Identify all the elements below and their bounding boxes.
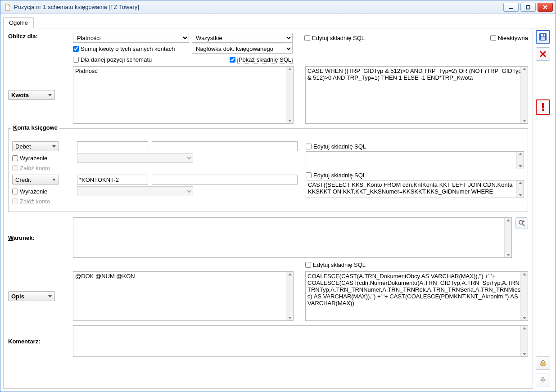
label-opis: Opis — [11, 293, 24, 300]
label-edytuj-sql-debet: Edytuj składnię SQL — [313, 143, 366, 150]
minimize-button[interactable] — [503, 3, 519, 12]
window-title: Pozycja nr 1 schematu księgowania [FZ To… — [14, 4, 503, 10]
scrollbar[interactable] — [286, 67, 293, 123]
scrollbar[interactable] — [504, 218, 511, 257]
tab-general[interactable]: Ogólne — [3, 17, 34, 28]
chk-sumuj[interactable] — [73, 46, 79, 52]
ta-debet-sql[interactable] — [306, 151, 524, 169]
chk-pokaz-sql[interactable] — [230, 57, 235, 63]
input-debet-b[interactable] — [152, 141, 298, 151]
chk-zaloz-credit — [12, 198, 18, 204]
chk-wyrazenie-credit[interactable] — [12, 189, 18, 194]
chevron-down-icon — [48, 94, 52, 96]
label-nieaktywna: Nieaktywna — [498, 35, 528, 41]
label-credit: Credit — [15, 176, 31, 183]
scrollbar[interactable] — [516, 152, 524, 169]
select-debet-konto — [77, 153, 193, 163]
cancel-button[interactable] — [536, 47, 550, 61]
scrollbar[interactable] — [520, 67, 528, 123]
lock-button[interactable] — [536, 356, 550, 370]
svg-rect-7 — [543, 34, 544, 36]
select-naglowka[interactable]: Nagłówka dok. księgowanego — [192, 44, 293, 54]
svg-rect-5 — [541, 34, 545, 36]
label-edytuj-sql-kwota: Edytuj składnię SQL — [312, 35, 365, 41]
btn-kwota[interactable]: Kwota — [8, 90, 55, 100]
input-credit-a[interactable] — [77, 175, 148, 185]
label-edytuj-sql-credit: Edytuj składnię SQL — [313, 172, 366, 179]
input-credit-b[interactable] — [152, 175, 298, 185]
chk-nieaktywna[interactable] — [490, 35, 496, 41]
btn-warunek-wizard[interactable] — [515, 217, 528, 229]
save-button[interactable] — [536, 30, 550, 44]
chk-edytuj-sql-debet[interactable] — [306, 144, 312, 149]
chk-edytuj-sql-opis[interactable] — [305, 262, 311, 268]
label-sumuj: Sumuj kwoty o tych samych kontach — [81, 45, 175, 52]
window-root: Pozycja nr 1 schematu księgowania [FZ To… — [0, 0, 556, 392]
label-kwota: Kwota — [11, 92, 29, 99]
svg-point-2 — [519, 221, 523, 224]
svg-rect-1 — [526, 5, 530, 9]
svg-point-3 — [523, 221, 524, 222]
scrollbar[interactable] — [286, 272, 293, 320]
label-debet: Debet — [15, 143, 31, 150]
select-platnosci[interactable]: Płatności — [73, 33, 189, 43]
label-zaloz-debet: Załóż konto — [20, 165, 50, 171]
chk-edytuj-sql-kwota[interactable] — [304, 35, 310, 41]
svg-rect-8 — [542, 103, 544, 108]
ta-opis-right[interactable]: COALESCE(CAST(A.TRN_DokumentObcy AS VARC… — [305, 271, 528, 321]
chevron-down-icon — [52, 179, 56, 181]
label-pokaz-sql: Pokaż składnię SQL — [237, 56, 293, 63]
label-oblicz-dla: Oblicz dla: — [8, 33, 38, 40]
ta-komentarz[interactable] — [73, 325, 528, 357]
label-zaloz-credit: Załóż konto — [20, 198, 50, 205]
main-panel: Oblicz dla: Płatności Wszystkie Sumuj kw… — [3, 28, 533, 389]
sidebar — [533, 28, 553, 389]
svg-rect-0 — [509, 8, 513, 9]
chevron-down-icon — [52, 145, 56, 148]
group-konta: Konta księgowe Debet — [8, 128, 528, 212]
chevron-down-icon — [48, 295, 52, 297]
maximize-button[interactable] — [520, 3, 536, 12]
tabstrip: Ogólne — [3, 17, 553, 28]
chk-dla-danej[interactable] — [73, 57, 79, 63]
select-credit-konto — [77, 186, 193, 196]
ta-kwota-left[interactable]: Płatność — [73, 66, 294, 124]
ta-opis-left[interactable]: @DOK @NUM @KON — [73, 271, 294, 321]
alert-button[interactable] — [536, 99, 550, 115]
titlebar: Pozycja nr 1 schematu księgowania [FZ To… — [0, 0, 556, 14]
scrollbar[interactable] — [516, 180, 524, 198]
btn-debet[interactable]: Debet — [12, 141, 59, 151]
input-debet-a[interactable] — [77, 141, 148, 151]
label-dla-danej: Dla danej pozycji schematu — [81, 56, 152, 63]
scrollbar[interactable] — [520, 272, 528, 320]
label-wyrazenie-credit: Wyrażenie — [20, 188, 47, 195]
chk-zaloz-debet — [12, 165, 18, 171]
label-komentarz: Komentarz: — [8, 338, 41, 345]
scrollbar[interactable] — [520, 326, 528, 356]
pin-button[interactable] — [536, 374, 550, 387]
label-edytuj-sql-opis: Edytuj składnię SQL — [313, 261, 366, 268]
ta-kwota-right[interactable]: CASE WHEN ((TRP_GIDTyp & 512)>0 AND TRP_… — [305, 66, 528, 124]
close-button[interactable] — [538, 3, 553, 12]
btn-opis[interactable]: Opis — [8, 291, 55, 301]
svg-rect-9 — [542, 109, 544, 111]
label-warunek: Warunek: — [8, 234, 35, 241]
label-wyrazenie-debet: Wyrażenie — [20, 155, 47, 162]
svg-rect-10 — [541, 363, 545, 366]
document-icon — [4, 4, 11, 11]
svg-rect-6 — [541, 37, 545, 40]
select-wszystkie[interactable]: Wszystkie — [192, 33, 293, 43]
ta-credit-sql[interactable]: CAST((SELECT KKS_Konto FROM cdn.KntKonta… — [306, 180, 524, 198]
label-konta: Konta księgowe — [11, 124, 59, 131]
btn-credit[interactable]: Credit — [12, 175, 59, 185]
ta-warunek[interactable] — [73, 217, 512, 258]
chk-wyrazenie-debet[interactable] — [12, 155, 18, 161]
chk-edytuj-sql-credit[interactable] — [306, 172, 312, 178]
